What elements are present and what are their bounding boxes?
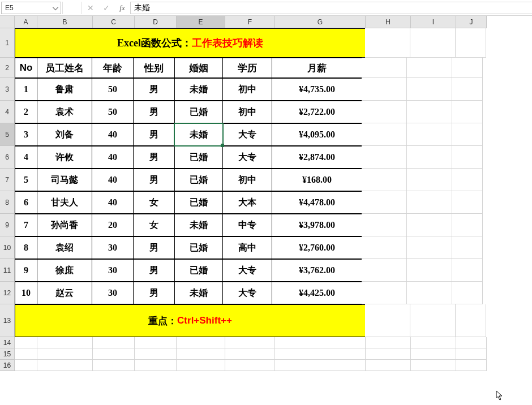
table-cell-salary[interactable]: ¥3,978.00 bbox=[272, 214, 362, 236]
cell[interactable] bbox=[452, 78, 483, 101]
cell[interactable] bbox=[407, 282, 452, 304]
table-cell-sex[interactable]: 男 bbox=[133, 78, 175, 101]
cell[interactable] bbox=[93, 348, 135, 360]
cell[interactable] bbox=[275, 348, 366, 360]
table-cell-edu[interactable]: 大专 bbox=[222, 123, 272, 146]
column-header-I[interactable]: I bbox=[411, 16, 456, 28]
table-cell-salary[interactable]: ¥4,425.00 bbox=[272, 282, 362, 304]
table-cell-name[interactable]: 赵云 bbox=[37, 282, 92, 304]
column-header-E[interactable]: E bbox=[177, 16, 225, 28]
cell[interactable] bbox=[407, 146, 452, 169]
table-cell-name[interactable]: 刘备 bbox=[37, 123, 92, 146]
cell[interactable] bbox=[362, 123, 407, 146]
cell[interactable] bbox=[452, 282, 483, 304]
table-header-No[interactable]: No bbox=[15, 58, 37, 78]
name-box[interactable]: E5 bbox=[1, 2, 61, 14]
column-header-C[interactable]: C bbox=[93, 16, 135, 28]
table-cell-marriage[interactable]: 已婚 bbox=[174, 146, 223, 169]
cell[interactable] bbox=[15, 360, 37, 371]
cell[interactable] bbox=[225, 348, 275, 360]
cell[interactable] bbox=[365, 304, 410, 337]
table-cell-marriage[interactable]: 未婚 bbox=[174, 78, 223, 101]
table-cell-sex[interactable]: 男 bbox=[133, 101, 175, 123]
table-cell-age[interactable]: 40 bbox=[92, 169, 134, 191]
table-cell-age[interactable]: 40 bbox=[92, 146, 134, 169]
cell[interactable] bbox=[135, 348, 177, 360]
table-cell-name[interactable]: 司马懿 bbox=[37, 169, 92, 191]
table-cell-edu[interactable]: 大专 bbox=[222, 146, 272, 169]
table-cell-salary[interactable]: ¥4,478.00 bbox=[272, 191, 362, 214]
column-header-B[interactable]: B bbox=[37, 16, 93, 28]
table-cell-marriage[interactable]: 已婚 bbox=[174, 259, 223, 282]
row-header-1[interactable]: 1 bbox=[0, 28, 15, 58]
cell[interactable] bbox=[410, 304, 456, 337]
table-cell-name[interactable]: 鲁肃 bbox=[37, 78, 92, 101]
cell[interactable] bbox=[366, 337, 411, 348]
cell[interactable] bbox=[456, 348, 487, 360]
row-header-4[interactable]: 4 bbox=[0, 101, 15, 123]
row-header-10[interactable]: 10 bbox=[0, 236, 15, 259]
table-cell-name[interactable]: 徐庶 bbox=[37, 259, 92, 282]
table-cell-edu[interactable]: 初中 bbox=[222, 169, 272, 191]
cell[interactable] bbox=[177, 348, 225, 360]
confirm-icon[interactable]: ✓ bbox=[98, 2, 114, 14]
table-cell-no[interactable]: 4 bbox=[15, 146, 37, 169]
cell[interactable] bbox=[407, 123, 452, 146]
table-cell-edu[interactable]: 初中 bbox=[222, 78, 272, 101]
row-header-12[interactable]: 12 bbox=[0, 282, 15, 304]
table-cell-age[interactable]: 50 bbox=[92, 101, 134, 123]
table-cell-name[interactable]: 袁术 bbox=[37, 101, 92, 123]
table-header-性别[interactable]: 性别 bbox=[133, 58, 175, 78]
cell[interactable] bbox=[15, 348, 37, 360]
table-cell-sex[interactable]: 女 bbox=[133, 214, 175, 236]
table-cell-salary[interactable]: ¥2,874.00 bbox=[272, 146, 362, 169]
table-cell-name[interactable]: 甘夫人 bbox=[37, 191, 92, 214]
cell[interactable] bbox=[275, 360, 366, 371]
cell[interactable] bbox=[93, 337, 135, 348]
table-cell-edu[interactable]: 高中 bbox=[222, 236, 272, 259]
cell[interactable] bbox=[362, 191, 407, 214]
table-cell-name[interactable]: 袁绍 bbox=[37, 236, 92, 259]
cell[interactable] bbox=[456, 360, 487, 371]
table-cell-no[interactable]: 5 bbox=[15, 169, 37, 191]
table-cell-no[interactable]: 10 bbox=[15, 282, 37, 304]
cell[interactable] bbox=[452, 169, 483, 191]
row-header-2[interactable]: 2 bbox=[0, 58, 15, 78]
table-cell-no[interactable]: 6 bbox=[15, 191, 37, 214]
cell[interactable] bbox=[362, 169, 407, 191]
cell[interactable] bbox=[135, 337, 177, 348]
cell[interactable] bbox=[407, 169, 452, 191]
row-header-8[interactable]: 8 bbox=[0, 191, 15, 214]
cell[interactable] bbox=[452, 191, 483, 214]
cell[interactable] bbox=[407, 78, 452, 101]
cell[interactable] bbox=[456, 304, 486, 337]
cell[interactable] bbox=[456, 337, 487, 348]
cell[interactable] bbox=[407, 101, 452, 123]
column-header-J[interactable]: J bbox=[456, 16, 487, 28]
table-cell-salary[interactable]: ¥4,735.00 bbox=[272, 78, 362, 101]
table-header-员工姓名[interactable]: 员工姓名 bbox=[37, 58, 92, 78]
cell[interactable] bbox=[225, 360, 275, 371]
table-cell-no[interactable]: 2 bbox=[15, 101, 37, 123]
row-header-16[interactable]: 16 bbox=[0, 360, 15, 371]
table-header-月薪[interactable]: 月薪 bbox=[272, 58, 362, 78]
cell[interactable] bbox=[452, 101, 483, 123]
cell[interactable] bbox=[407, 236, 452, 259]
row-header-3[interactable]: 3 bbox=[0, 78, 15, 101]
cell[interactable] bbox=[225, 337, 275, 348]
table-cell-marriage[interactable]: 未婚 bbox=[174, 282, 223, 304]
table-cell-sex[interactable]: 女 bbox=[133, 191, 175, 214]
cell[interactable] bbox=[407, 259, 452, 282]
table-cell-age[interactable]: 30 bbox=[92, 282, 134, 304]
table-cell-age[interactable]: 40 bbox=[92, 123, 134, 146]
table-cell-edu[interactable]: 大专 bbox=[222, 259, 272, 282]
select-all-corner[interactable] bbox=[0, 16, 15, 28]
table-cell-name[interactable]: 孙尚香 bbox=[37, 214, 92, 236]
note-cell[interactable]: 重点：Ctrl+Shift++ bbox=[15, 304, 366, 337]
cell[interactable] bbox=[362, 236, 407, 259]
table-cell-no[interactable]: 1 bbox=[15, 78, 37, 101]
table-cell-edu[interactable]: 初中 bbox=[222, 101, 272, 123]
cell[interactable] bbox=[177, 337, 225, 348]
table-cell-no[interactable]: 8 bbox=[15, 236, 37, 259]
cell[interactable] bbox=[407, 191, 452, 214]
